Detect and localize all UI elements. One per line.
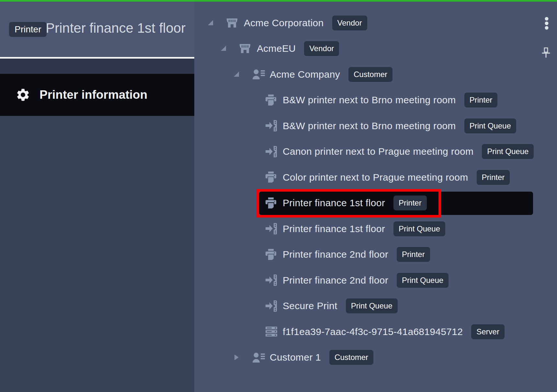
top-accent-bar — [0, 0, 557, 2]
arrow-spacer — [246, 122, 253, 129]
node-type-badge: Printer — [393, 196, 427, 210]
gear-icon — [16, 87, 30, 102]
node-label: Secure Print — [283, 300, 337, 311]
pin-icon[interactable] — [540, 47, 552, 61]
print-queue-icon — [265, 120, 278, 132]
arrow-spacer — [246, 148, 253, 155]
node-label: Canon printer next to Prague meeting roo… — [283, 146, 473, 157]
node-label: Printer finance 1st floor — [283, 223, 385, 234]
hierarchy-panel: Acme Corporation Vendor AcmeEU Vendor Ac… — [194, 2, 557, 392]
customer-icon — [252, 352, 266, 363]
node-type-badge: Print Queue — [346, 298, 398, 313]
node-type-badge: Vendor — [332, 16, 367, 30]
node-type-badge: Customer — [329, 350, 373, 365]
print-queue-icon — [265, 146, 278, 157]
tree-row[interactable]: Acme Corporation Vendor — [194, 10, 557, 36]
arrow-spacer — [246, 174, 253, 181]
node-type-badge: Printer — [397, 247, 430, 262]
node-type-badge: Print Queue — [397, 273, 449, 288]
vendor-icon — [239, 43, 253, 54]
node-label: Printer finance 2nd floor — [283, 275, 388, 286]
node-label: Printer finance 1st floor — [283, 197, 385, 208]
node-label: f1f1ea39-7aac-4f3c-9715-41a681945712 — [283, 326, 463, 337]
tree-row[interactable]: Printer finance 2nd floor Print Queue — [194, 267, 557, 293]
tree: Acme Corporation Vendor AcmeEU Vendor Ac… — [194, 2, 557, 392]
node-label: AcmeEU — [257, 43, 296, 54]
tree-row[interactable]: Printer finance 1st floor Print Queue — [194, 216, 557, 242]
tree-row[interactable]: Secure Print Print Queue — [194, 293, 557, 319]
arrow-spacer — [246, 225, 253, 232]
node-label: Customer 1 — [270, 352, 321, 363]
kebab-menu-icon[interactable] — [543, 17, 551, 32]
node-type-badge: Printer — [464, 93, 498, 107]
collapsed-arrow-icon[interactable] — [233, 354, 240, 361]
tree-row[interactable]: Printer finance 1st floor Printer — [194, 190, 557, 216]
node-type-badge: Vendor — [304, 41, 339, 56]
arrow-spacer — [246, 328, 253, 335]
detail-panel: Printer Printer finance 1st floor Printe… — [0, 2, 194, 392]
detail-title: Printer finance 1st floor — [46, 20, 186, 36]
detail-type-badge: Printer — [9, 22, 47, 37]
tree-row[interactable]: Acme Company Customer — [194, 62, 557, 87]
expanded-arrow-icon[interactable] — [207, 19, 214, 27]
print-queue-icon — [265, 274, 278, 286]
arrow-spacer — [246, 277, 253, 284]
printer-information-section-header[interactable]: Printer information — [0, 74, 194, 116]
node-type-badge: Print Queue — [464, 118, 516, 133]
tree-row[interactable]: Customer 1 Customer — [194, 345, 557, 371]
expanded-arrow-icon[interactable] — [220, 45, 227, 52]
tree-row[interactable]: Canon printer next to Prague meeting roo… — [194, 139, 557, 165]
server-icon — [265, 326, 278, 338]
node-label: Printer finance 2nd floor — [283, 249, 388, 260]
arrow-spacer — [246, 96, 253, 104]
node-type-badge: Customer — [348, 67, 392, 82]
arrow-spacer — [246, 302, 253, 309]
node-type-badge: Print Queue — [482, 144, 534, 159]
node-label: B&W printer next to Brno meeting room — [283, 120, 456, 131]
vendor-icon — [226, 17, 240, 29]
arrow-spacer — [246, 199, 253, 207]
detail-panel-body — [0, 116, 194, 392]
customer-icon — [252, 69, 266, 80]
detail-header: Printer Printer finance 1st floor — [0, 2, 194, 57]
tree-row[interactable]: f1f1ea39-7aac-4f3c-9715-41a681945712 Ser… — [194, 319, 557, 345]
node-label: Acme Corporation — [244, 17, 324, 28]
printer-icon — [265, 197, 278, 209]
expanded-arrow-icon[interactable] — [233, 71, 240, 78]
tree-row[interactable]: AcmeEU Vendor — [194, 36, 557, 62]
printer-icon — [265, 94, 278, 106]
tree-row[interactable]: B&W printer next to Brno meeting room Pr… — [194, 113, 557, 139]
print-queue-icon — [265, 300, 278, 312]
node-label: B&W printer next to Brno meeting room — [283, 95, 456, 106]
printer-icon — [265, 249, 278, 260]
node-type-badge: Printer — [477, 170, 510, 185]
tree-row[interactable]: Color printer next to Prague meeting roo… — [194, 164, 557, 190]
print-queue-icon — [265, 223, 278, 235]
tree-row[interactable]: B&W printer next to Brno meeting room Pr… — [194, 87, 557, 113]
node-type-badge: Server — [471, 324, 505, 339]
node-label: Acme Company — [270, 69, 340, 80]
printer-icon — [265, 172, 278, 183]
node-type-badge: Print Queue — [393, 221, 445, 236]
section-title: Printer information — [40, 88, 147, 102]
tree-row[interactable]: Printer finance 2nd floor Printer — [194, 242, 557, 268]
header-spacer-band — [0, 59, 194, 74]
node-label: Color printer next to Prague meeting roo… — [283, 172, 468, 183]
arrow-spacer — [246, 251, 253, 258]
